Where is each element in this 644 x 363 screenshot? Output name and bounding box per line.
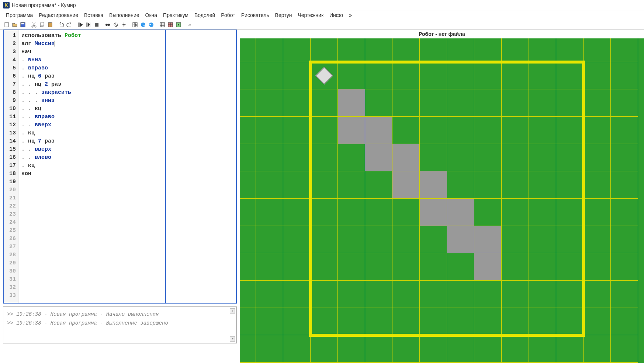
grid-cell (474, 281, 502, 308)
grid-cell (556, 89, 584, 117)
grid-cell (611, 62, 638, 89)
grid-cell (283, 171, 311, 199)
grid-cell (392, 89, 420, 117)
grid-cell (365, 253, 392, 281)
v1-button[interactable]: 10 (131, 21, 139, 28)
grid-cell (283, 117, 311, 144)
code-line[interactable]: . . вверх (21, 145, 162, 154)
grid-cell (311, 89, 338, 117)
grid-cell (584, 117, 611, 144)
g3-button[interactable] (175, 21, 182, 28)
code-line[interactable]: . нц 7 раз (21, 137, 162, 145)
bp2-button[interactable] (112, 21, 120, 28)
menu-item-окна[interactable]: Окна (142, 11, 160, 19)
code-line[interactable]: . кц (21, 129, 162, 137)
v2-button[interactable] (139, 21, 147, 28)
line-number: 31 (4, 275, 18, 284)
code-line[interactable]: . . вверх (21, 121, 162, 129)
code-line[interactable]: . . . вниз (21, 97, 162, 105)
grid-cell (611, 117, 638, 144)
open-button[interactable] (11, 21, 18, 28)
code-line[interactable]: . . нц 2 раз (21, 81, 162, 89)
paste-button[interactable] (46, 21, 54, 28)
g2-button[interactable] (167, 21, 174, 28)
grid-cell (256, 144, 283, 171)
menu-item-программа[interactable]: Программа (3, 11, 36, 19)
code-line[interactable]: нач (21, 48, 162, 56)
v3-button[interactable] (148, 21, 155, 28)
console-line: >> 19:26:38 - Новая программа - Начало в… (7, 310, 233, 319)
bp3-button[interactable] (120, 21, 128, 28)
console-line: >> 19:26:38 - Новая программа - Выполнен… (7, 319, 233, 328)
code-line[interactable]: . вправо (21, 64, 162, 72)
line-number: 5 (4, 64, 18, 72)
redo-button[interactable] (66, 21, 73, 28)
grid-cell (240, 308, 256, 335)
menu-item-практикум[interactable]: Практикум (160, 11, 191, 19)
g1-button[interactable] (159, 21, 166, 28)
more-button[interactable]: » (186, 21, 193, 28)
save-button[interactable] (19, 21, 27, 28)
grid-cell (365, 226, 392, 253)
code-line[interactable]: . вниз (21, 56, 162, 64)
menu-item-чертежник[interactable]: Чертежник (295, 11, 326, 19)
console-scrollbar[interactable]: ▴ ▾ (230, 308, 235, 342)
grid-cell (392, 281, 420, 308)
grid-cell (420, 335, 447, 363)
line-number: 15 (4, 145, 18, 154)
grid-cell (338, 199, 365, 226)
grid-cell (584, 281, 611, 308)
grid-cell (529, 308, 556, 335)
code-line[interactable]: . . влево (21, 154, 162, 162)
new-button[interactable] (3, 21, 10, 28)
menu-item-выполнение[interactable]: Выполнение (106, 11, 142, 19)
code-line[interactable]: . . кц (21, 105, 162, 113)
grid-cell (420, 281, 447, 308)
menubar: ПрограммаРедактированиеВставкаВыполнение… (0, 10, 644, 20)
code-editor[interactable]: 1234567891011121314151617181920212223242… (3, 30, 237, 304)
grid-cell (556, 117, 584, 144)
scroll-down-button[interactable]: ▾ (230, 336, 235, 342)
scroll-up-button[interactable]: ▴ (230, 308, 235, 314)
menu-item-инфо[interactable]: Инфо (326, 11, 346, 19)
step-button[interactable] (85, 21, 92, 28)
menu-item-»[interactable]: » (346, 11, 355, 19)
line-number: 14 (4, 137, 18, 145)
grid-cell (556, 226, 584, 253)
line-number: 16 (4, 154, 18, 162)
svg-rect-9 (95, 23, 98, 27)
run-button[interactable] (77, 21, 84, 28)
copy-button[interactable] (38, 21, 46, 28)
cut-button[interactable] (30, 21, 38, 28)
code-line[interactable]: . кц (21, 162, 162, 170)
app-icon: K (3, 2, 10, 8)
svg-point-17 (141, 23, 145, 27)
grid-cell (502, 281, 529, 308)
code-line[interactable]: . . вправо (21, 113, 162, 121)
menu-item-рисователь[interactable]: Рисователь (238, 11, 272, 19)
menu-item-робот[interactable]: Робот (218, 11, 238, 19)
grid-cell (584, 38, 611, 62)
bp1-button[interactable] (104, 21, 111, 28)
undo-button[interactable] (58, 21, 65, 28)
code-line[interactable]: . нц 6 раз (21, 72, 162, 81)
grid-cell (529, 144, 556, 171)
code-line[interactable]: использовать Робот (21, 32, 162, 40)
menu-item-вертун[interactable]: Вертун (272, 11, 295, 19)
grid-cell (502, 308, 529, 335)
menu-item-водолей[interactable]: Водолей (191, 11, 218, 19)
stop-button[interactable] (93, 21, 100, 28)
grid-cell (502, 171, 529, 199)
code-line[interactable]: алг Миссия (21, 40, 162, 48)
menu-item-редактирование[interactable]: Редактирование (36, 11, 81, 19)
code-line[interactable]: . . . закрасить (21, 89, 162, 97)
menu-item-вставка[interactable]: Вставка (81, 11, 106, 19)
svg-point-18 (149, 23, 153, 27)
code-line[interactable]: кон (21, 170, 162, 178)
line-number: 9 (4, 97, 18, 105)
grid-cell (447, 253, 474, 281)
robot-field[interactable] (240, 38, 644, 363)
robot-panel-title: Робот - нет файла (240, 30, 644, 38)
code-area[interactable]: использовать Роботалг Миссиянач. вниз. в… (18, 30, 166, 303)
grid-cell (392, 62, 420, 89)
